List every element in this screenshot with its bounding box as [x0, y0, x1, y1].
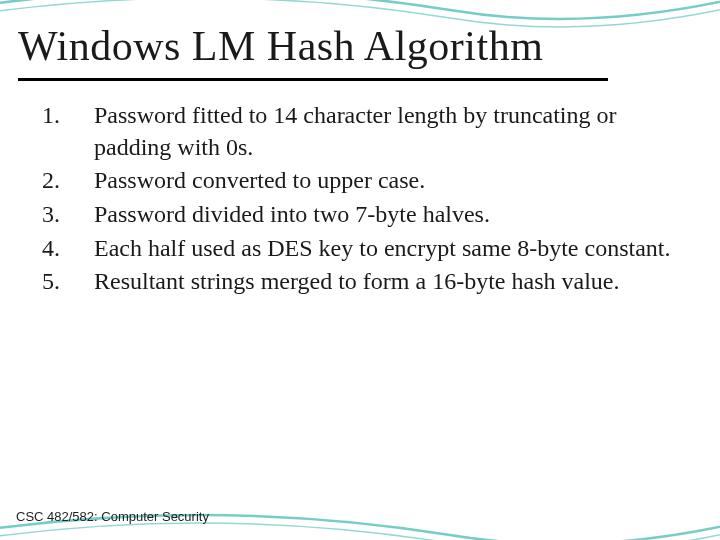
slide-title: Windows LM Hash Algorithm	[18, 22, 543, 70]
list-number: 5.	[36, 266, 94, 298]
title-underline	[18, 78, 608, 81]
list-text: Resultant strings merged to form a 16-by…	[94, 266, 690, 298]
footer-text: CSC 482/582: Computer Security	[16, 509, 209, 524]
list-text: Password divided into two 7-byte halves.	[94, 199, 690, 231]
list-text: Each half used as DES key to encrypt sam…	[94, 233, 690, 265]
list-item: 4. Each half used as DES key to encrypt …	[36, 233, 690, 265]
list-text: Password converted to upper case.	[94, 165, 690, 197]
list-number: 4.	[36, 233, 94, 265]
list-item: 1. Password fitted to 14 character lengt…	[36, 100, 690, 163]
list-item: 2. Password converted to upper case.	[36, 165, 690, 197]
list-number: 3.	[36, 199, 94, 231]
list-number: 2.	[36, 165, 94, 197]
list-item: 5. Resultant strings merged to form a 16…	[36, 266, 690, 298]
list-number: 1.	[36, 100, 94, 163]
numbered-list: 1. Password fitted to 14 character lengt…	[36, 100, 690, 300]
list-item: 3. Password divided into two 7-byte halv…	[36, 199, 690, 231]
list-text: Password fitted to 14 character length b…	[94, 100, 690, 163]
